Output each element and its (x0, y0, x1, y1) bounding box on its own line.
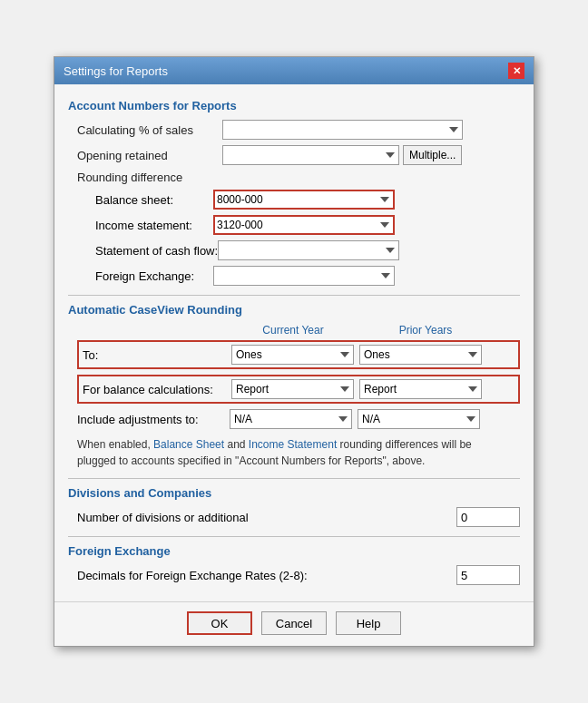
foreign-exchange-account-label: Foreign Exchange: (95, 269, 213, 283)
balance-calc-highlighted-group: For balance calculations: Report None Al… (77, 375, 520, 404)
calculating-select[interactable] (222, 120, 463, 140)
foreign-exchange-decimals-label: Decimals for Foreign Exchange Rates (2-8… (77, 569, 456, 582)
dialog-body: Account Numbers for Reports Calculating … (54, 84, 534, 601)
include-adj-current-select[interactable]: N/A Yes No (230, 409, 352, 429)
note-text: When enabled, Balance Sheet and Income S… (77, 436, 511, 469)
balance-sheet-select[interactable]: 8000-000 (213, 190, 395, 210)
include-adj-prior-select[interactable]: N/A Yes No (358, 409, 480, 429)
auto-caseview-section: Current Year Prior Years To: Ones Tens H… (68, 324, 520, 429)
acr-header-row: Current Year Prior Years (77, 324, 520, 337)
account-numbers-section-title: Account Numbers for Reports (68, 99, 520, 112)
divisions-row: Number of divisions or additional (68, 507, 520, 527)
calculating-label: Calculating % of sales (77, 123, 222, 137)
divider-2 (68, 478, 520, 479)
include-adj-row: Include adjustments to: N/A Yes No N/A Y… (77, 409, 520, 429)
opening-retained-label: Opening retained (77, 149, 222, 162)
note-blue-income: Income Statement (249, 438, 337, 451)
cash-flow-select[interactable] (218, 240, 399, 260)
divider-3 (68, 536, 520, 537)
auto-caseview-section-title: Automatic CaseView Rounding (68, 303, 520, 317)
current-year-header: Current Year (230, 324, 357, 337)
cash-flow-label: Statement of cash flow: (95, 244, 218, 258)
balance-sheet-row: Balance sheet: 8000-000 (77, 190, 520, 210)
help-button[interactable]: Help (336, 611, 401, 635)
opening-retained-row: Opening retained Multiple... (68, 145, 520, 165)
to-current-select[interactable]: Ones Tens Hundreds Thousands (231, 345, 354, 365)
divisions-input[interactable] (456, 507, 520, 527)
calculating-row: Calculating % of sales (68, 120, 520, 140)
balance-sheet-label: Balance sheet: (95, 193, 213, 207)
income-statement-row: Income statement: 3120-000 (77, 215, 520, 235)
title-bar: Settings for Reports ✕ (54, 57, 534, 84)
income-statement-select[interactable]: 3120-000 (213, 215, 395, 235)
foreign-exchange-section-title: Foreign Exchange (68, 544, 520, 558)
divisions-label: Number of divisions or additional (77, 511, 456, 524)
cash-flow-row: Statement of cash flow: (77, 240, 520, 260)
footer: OK Cancel Help (54, 601, 534, 646)
foreign-exchange-account-row: Foreign Exchange: (77, 266, 520, 286)
to-highlighted-group: To: Ones Tens Hundreds Thousands Ones Te… (77, 340, 520, 369)
ok-button[interactable]: OK (187, 611, 252, 635)
foreign-exchange-decimals-input[interactable] (456, 565, 520, 585)
income-statement-label: Income statement: (95, 219, 213, 232)
settings-dialog: Settings for Reports ✕ Account Numbers f… (54, 56, 534, 647)
foreign-exchange-account-select[interactable] (213, 266, 395, 286)
include-adj-label: Include adjustments to: (77, 413, 230, 426)
dialog-title: Settings for Reports (64, 64, 168, 78)
note-blue-balance: Balance Sheet (153, 438, 224, 451)
rounding-difference-title: Rounding difference (77, 171, 520, 184)
opening-retained-select[interactable] (222, 145, 399, 165)
balance-calc-prior-select[interactable]: Report None All (359, 379, 482, 399)
close-button[interactable]: ✕ (508, 63, 524, 79)
to-label: To: (83, 348, 231, 362)
foreign-exchange-row: Decimals for Foreign Exchange Rates (2-8… (68, 565, 520, 585)
balance-calc-label: For balance calculations: (83, 383, 231, 396)
to-prior-select[interactable]: Ones Tens Hundreds Thousands (359, 345, 482, 365)
rounding-difference-group: Rounding difference Balance sheet: 8000-… (68, 171, 520, 286)
multiple-button[interactable]: Multiple... (403, 145, 462, 165)
prior-years-header: Prior Years (362, 324, 489, 337)
balance-calc-current-select[interactable]: Report None All (231, 379, 354, 399)
cancel-button[interactable]: Cancel (261, 611, 327, 635)
divider-1 (68, 295, 520, 296)
divisions-section-title: Divisions and Companies (68, 486, 520, 500)
